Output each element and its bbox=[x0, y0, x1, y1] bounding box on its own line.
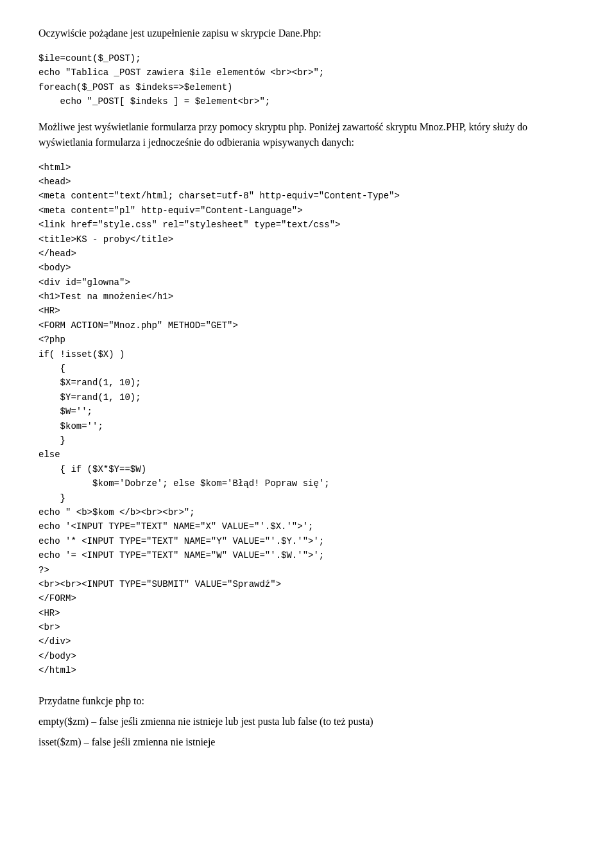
functions-intro: Przydatne funkcje php to: bbox=[38, 693, 578, 709]
function-item-empty: empty($zm) – false jeśli zmienna nie ist… bbox=[38, 714, 578, 729]
code-mnoz-php: <html> <head> <meta content="text/html; … bbox=[38, 161, 578, 678]
functions-list: empty($zm) – false jeśli zmienna nie ist… bbox=[38, 714, 578, 750]
prose-paragraph: Możliwe jest wyświetlanie formularza prz… bbox=[38, 119, 578, 150]
intro-paragraph: Oczywiście pożądane jest uzupełnienie za… bbox=[38, 26, 578, 41]
function-item-isset: isset($zm) – false jeśli zmienna nie ist… bbox=[38, 735, 578, 750]
code-dane-php: $ile=count($_POST); echo "Tablica _POST … bbox=[38, 51, 578, 109]
